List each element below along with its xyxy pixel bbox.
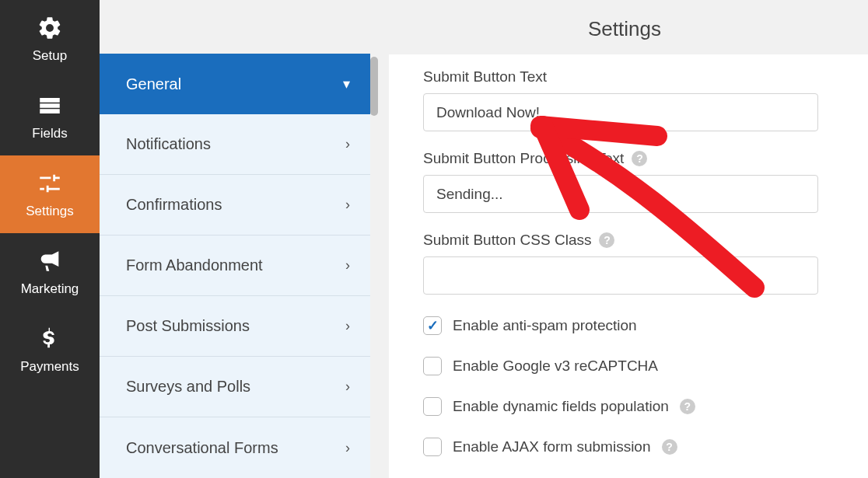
checkbox-label: Enable dynamic fields population — [453, 398, 669, 415]
chevron-right-icon: › — [345, 257, 350, 274]
scrollbar-thumb[interactable] — [370, 57, 378, 116]
checkbox-label: Enable Google v3 reCAPTCHA — [453, 358, 658, 375]
subnav-label: General — [126, 75, 181, 93]
subnav-label: Form Abandonment — [126, 256, 263, 274]
bullhorn-icon — [36, 247, 64, 275]
subnav-item-conversational-forms[interactable]: Conversational Forms › — [100, 417, 370, 478]
nav-label: Setup — [33, 48, 67, 64]
subnav-item-post-submissions[interactable]: Post Submissions › — [100, 296, 370, 357]
checkbox-recaptcha[interactable] — [423, 357, 442, 375]
page-title: Settings — [381, 0, 868, 54]
submit-button-css-label: Submit Button CSS Class — [423, 232, 591, 249]
subnav-label: Notifications — [126, 135, 211, 153]
help-icon[interactable]: ? — [662, 439, 677, 455]
nav-item-settings[interactable]: Settings — [0, 155, 100, 233]
subnav-item-surveys-polls[interactable]: Surveys and Polls › — [100, 357, 370, 417]
checkbox-antispam[interactable] — [423, 316, 442, 335]
list-icon — [36, 92, 64, 120]
submit-button-text-label: Submit Button Text — [423, 68, 834, 85]
sliders-icon — [36, 169, 64, 197]
main-nav: Setup Fields Settings Marketing Payments — [0, 0, 100, 478]
subnav-label: Surveys and Polls — [126, 378, 250, 396]
help-icon[interactable]: ? — [680, 399, 695, 414]
subnav-label: Confirmations — [126, 196, 222, 214]
chevron-down-icon: ▾ — [343, 75, 350, 92]
checkbox-dynamic-fields[interactable] — [423, 397, 442, 416]
gear-icon — [36, 14, 64, 42]
subnav-label: Conversational Forms — [126, 439, 278, 457]
settings-subnav: General ▾ Notifications › Confirmations … — [100, 54, 370, 478]
chevron-right-icon: › — [345, 136, 350, 152]
subnav-label: Post Submissions — [126, 317, 250, 335]
nav-item-payments[interactable]: Payments — [0, 311, 100, 389]
nav-label: Payments — [20, 359, 79, 375]
submit-button-css-input[interactable] — [423, 256, 818, 295]
checkbox-ajax[interactable] — [423, 438, 442, 456]
submit-button-text-input[interactable] — [423, 93, 818, 131]
nav-label: Fields — [32, 126, 67, 141]
nav-item-setup[interactable]: Setup — [0, 0, 100, 78]
subnav-scrollbar[interactable] — [370, 54, 378, 478]
submit-button-processing-label: Submit Button Processing Text — [423, 150, 624, 167]
nav-label: Settings — [26, 204, 73, 219]
help-icon[interactable]: ? — [599, 232, 614, 248]
nav-label: Marketing — [21, 281, 79, 297]
checkbox-label: Enable AJAX form submission — [453, 438, 651, 455]
subnav-item-form-abandonment[interactable]: Form Abandonment › — [100, 236, 370, 296]
chevron-right-icon: › — [345, 318, 350, 334]
submit-button-processing-input[interactable] — [423, 175, 818, 213]
chevron-right-icon: › — [345, 379, 350, 395]
subnav-item-notifications[interactable]: Notifications › — [100, 114, 370, 175]
subnav-item-general[interactable]: General ▾ — [100, 54, 370, 114]
nav-item-fields[interactable]: Fields — [0, 78, 100, 155]
nav-item-marketing[interactable]: Marketing — [0, 233, 100, 311]
dollar-icon — [36, 325, 64, 353]
settings-form: Submit Button Text Submit Button Process… — [389, 54, 868, 478]
chevron-right-icon: › — [345, 440, 350, 456]
chevron-right-icon: › — [345, 197, 350, 213]
checkbox-label: Enable anti-spam protection — [453, 317, 637, 334]
subnav-item-confirmations[interactable]: Confirmations › — [100, 175, 370, 236]
help-icon[interactable]: ? — [632, 151, 647, 166]
